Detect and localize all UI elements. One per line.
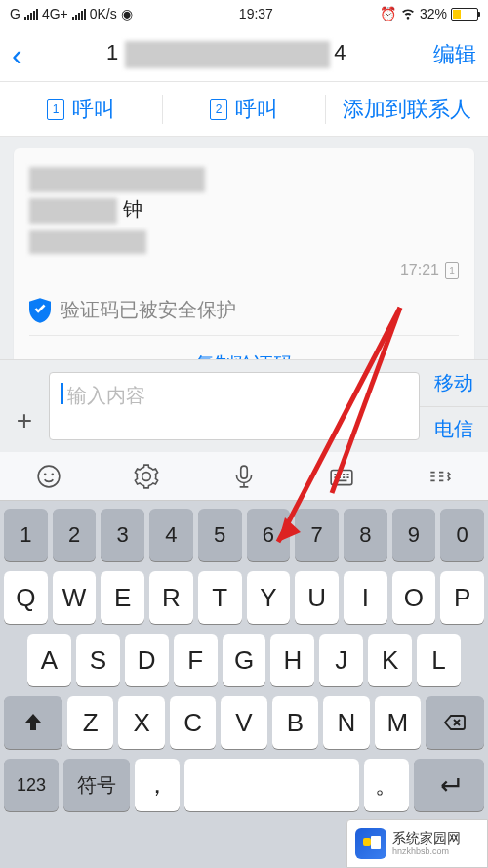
letter-row-3: ZXCVBNM bbox=[4, 696, 484, 749]
message-input[interactable]: 输入内容 bbox=[49, 372, 420, 440]
number-row: 1234567890 bbox=[4, 509, 484, 561]
watermark: 系统家园网hnzkhbsb.com bbox=[346, 819, 488, 868]
call-sim1-button[interactable]: 1 呼叫 bbox=[0, 95, 163, 124]
key-h[interactable]: H bbox=[270, 634, 314, 686]
network-label-2: 4G+ bbox=[42, 6, 68, 21]
key-8[interactable]: 8 bbox=[344, 509, 387, 561]
key-u[interactable]: U bbox=[295, 571, 339, 624]
secure-notice: 验证码已被安全保护 bbox=[29, 285, 459, 335]
add-contact-button[interactable]: 添加到联系人 bbox=[326, 95, 488, 124]
key-7[interactable]: 7 bbox=[295, 509, 339, 561]
page-title: 14 bbox=[22, 40, 433, 67]
shield-icon bbox=[29, 298, 51, 323]
key-g[interactable]: G bbox=[223, 634, 266, 686]
action-bar: 1 呼叫 2 呼叫 添加到联系人 bbox=[0, 82, 488, 137]
letter-row-2: ASDFGHJKL bbox=[4, 634, 484, 686]
key-9[interactable]: 9 bbox=[392, 509, 436, 561]
edit-button[interactable]: 编辑 bbox=[433, 40, 476, 69]
carrier-selector: 移动 电信 bbox=[420, 360, 488, 452]
key-d[interactable]: D bbox=[125, 634, 169, 686]
input-area: + 输入内容 移动 电信 bbox=[0, 359, 488, 452]
nav-bar: ‹ 14 编辑 bbox=[0, 27, 488, 82]
call-sim2-button[interactable]: 2 呼叫 bbox=[163, 95, 326, 124]
sim1-icon: 1 bbox=[47, 99, 64, 120]
emoji-button[interactable] bbox=[0, 464, 98, 489]
key-x[interactable]: X bbox=[118, 696, 164, 749]
message-text: 钟 bbox=[29, 162, 459, 256]
status-bar: G 4G+ 0K/s ◉ 19:37 ⏰ 32% bbox=[0, 0, 488, 27]
clock: 19:37 bbox=[239, 6, 273, 21]
letter-row-1: QWERTYUIOP bbox=[4, 571, 484, 624]
key-6[interactable]: 6 bbox=[247, 509, 291, 561]
key-p[interactable]: P bbox=[440, 571, 484, 624]
more-button[interactable] bbox=[390, 464, 488, 489]
key-s[interactable]: S bbox=[76, 634, 120, 686]
key-t[interactable]: T bbox=[198, 571, 242, 624]
key-r[interactable]: R bbox=[149, 571, 193, 624]
svg-rect-4 bbox=[331, 470, 352, 484]
network-label: G bbox=[10, 6, 20, 21]
wechat-icon: ◉ bbox=[121, 6, 133, 21]
period-key[interactable]: 。 bbox=[364, 759, 409, 811]
symbols-key[interactable]: 符号 bbox=[63, 759, 130, 811]
key-w[interactable]: W bbox=[53, 571, 97, 624]
key-c[interactable]: C bbox=[170, 696, 216, 749]
key-o[interactable]: O bbox=[392, 571, 436, 624]
svg-point-1 bbox=[44, 473, 47, 475]
key-i[interactable]: I bbox=[344, 571, 387, 624]
watermark-logo-icon bbox=[355, 828, 386, 859]
key-a[interactable]: A bbox=[27, 634, 71, 686]
enter-key[interactable] bbox=[414, 759, 484, 811]
key-v[interactable]: V bbox=[221, 696, 266, 749]
key-j[interactable]: J bbox=[319, 634, 363, 686]
key-y[interactable]: Y bbox=[247, 571, 291, 624]
message-area: 钟 17:21 1 验证码已被安全保护 复制验证码 bbox=[0, 137, 488, 393]
carrier-telecom-button[interactable]: 电信 bbox=[420, 407, 488, 453]
key-q[interactable]: Q bbox=[4, 571, 48, 624]
key-m[interactable]: M bbox=[375, 696, 421, 749]
key-f[interactable]: F bbox=[174, 634, 218, 686]
alarm-icon: ⏰ bbox=[380, 6, 396, 21]
key-4[interactable]: 4 bbox=[149, 509, 193, 561]
keyboard: 1234567890 QWERTYUIOP ASDFGHJKL ZXCVBNM … bbox=[0, 452, 488, 868]
battery-pct: 32% bbox=[420, 6, 447, 21]
keyboard-toolbar bbox=[0, 452, 488, 501]
key-2[interactable]: 2 bbox=[53, 509, 97, 561]
key-n[interactable]: N bbox=[323, 696, 369, 749]
backspace-key[interactable] bbox=[426, 696, 484, 749]
sim-icon: 1 bbox=[445, 262, 459, 279]
svg-rect-3 bbox=[241, 466, 248, 478]
speed-label: 0K/s bbox=[90, 6, 117, 21]
back-button[interactable]: ‹ bbox=[12, 39, 22, 70]
key-z[interactable]: Z bbox=[67, 696, 113, 749]
sim2-icon: 2 bbox=[210, 99, 227, 120]
signal-icon bbox=[24, 8, 38, 20]
wifi-icon bbox=[400, 5, 416, 23]
key-b[interactable]: B bbox=[272, 696, 318, 749]
bottom-row: 123 符号 ， 。 bbox=[4, 759, 484, 811]
message-bubble[interactable]: 钟 17:21 1 验证码已被安全保护 复制验证码 bbox=[14, 148, 474, 393]
svg-point-2 bbox=[51, 473, 54, 475]
key-k[interactable]: K bbox=[368, 634, 412, 686]
attach-button[interactable]: + bbox=[0, 405, 49, 452]
svg-point-0 bbox=[38, 466, 60, 487]
message-time: 17:21 1 bbox=[29, 256, 459, 285]
numeric-key[interactable]: 123 bbox=[4, 759, 59, 811]
key-0[interactable]: 0 bbox=[440, 509, 484, 561]
settings-button[interactable] bbox=[98, 464, 195, 489]
key-l[interactable]: L bbox=[417, 634, 461, 686]
shift-key[interactable] bbox=[4, 696, 62, 749]
signal-icon-2 bbox=[72, 8, 86, 20]
carrier-mobile-button[interactable]: 移动 bbox=[420, 360, 488, 407]
keyboard-switch-button[interactable] bbox=[293, 464, 390, 489]
key-3[interactable]: 3 bbox=[101, 509, 144, 561]
key-1[interactable]: 1 bbox=[4, 509, 48, 561]
comma-key[interactable]: ， bbox=[135, 759, 180, 811]
key-e[interactable]: E bbox=[101, 571, 144, 624]
space-key[interactable] bbox=[184, 759, 359, 811]
key-5[interactable]: 5 bbox=[198, 509, 242, 561]
voice-button[interactable] bbox=[195, 464, 293, 489]
battery-icon bbox=[451, 8, 478, 21]
